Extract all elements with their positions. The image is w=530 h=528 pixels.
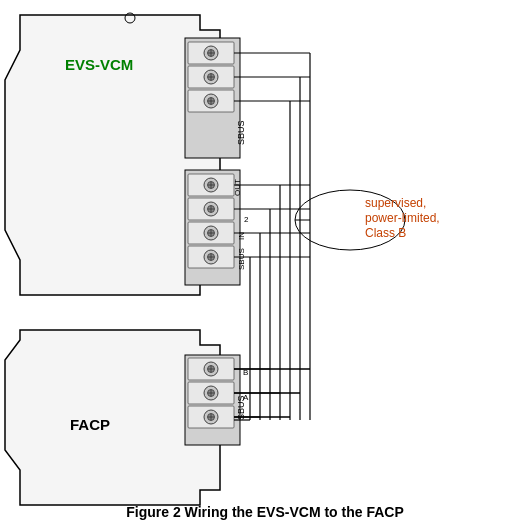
diagram-container: EVS-VCM SBUS bbox=[0, 0, 530, 528]
annotation-line1: supervised, bbox=[365, 196, 426, 210]
svg-text:A: A bbox=[243, 393, 249, 402]
svg-text:OUT: OUT bbox=[233, 179, 242, 196]
figure-caption: Figure 2 Wiring the EVS-VCM to the FACP bbox=[0, 504, 530, 520]
evs-vcm-label: EVS-VCM bbox=[65, 56, 133, 73]
svg-text:SBUS: SBUS bbox=[236, 120, 246, 145]
annotation-line3: Class B bbox=[365, 226, 406, 240]
facp-label: FACP bbox=[70, 416, 110, 433]
annotation-line2: power-limited, bbox=[365, 211, 440, 225]
svg-text:2: 2 bbox=[244, 215, 249, 224]
svg-text:SBUS: SBUS bbox=[237, 248, 246, 270]
